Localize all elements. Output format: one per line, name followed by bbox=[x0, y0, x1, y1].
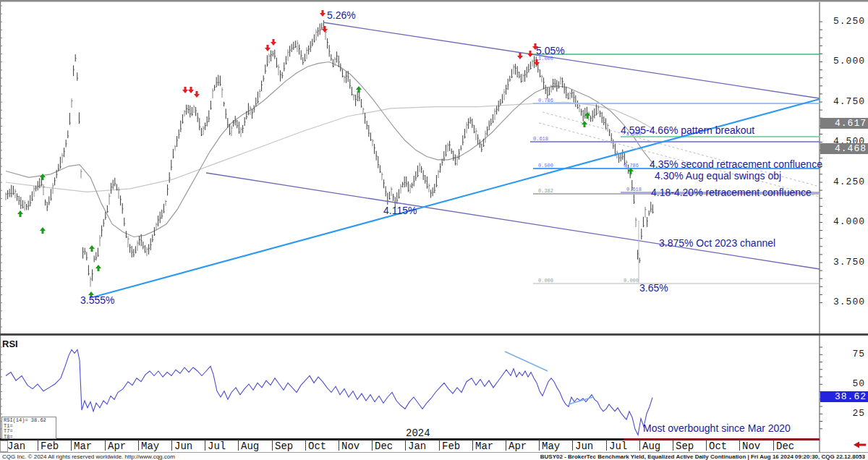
contract-info-text: BUSY02 - BrokerTec Benchmark Yield, Equa… bbox=[540, 453, 865, 460]
fib-ratio-label: 0.618 bbox=[626, 187, 642, 192]
month-tick bbox=[105, 440, 106, 451]
buy-signal-arrow-icon bbox=[95, 265, 101, 271]
month-label: Mar bbox=[475, 440, 493, 452]
month-tick bbox=[305, 440, 306, 451]
month-label: Jan bbox=[408, 440, 426, 452]
buy-signal-arrow-icon bbox=[89, 245, 95, 252]
copyright-text: CQG Inc. © 2024 All rights reserved worl… bbox=[2, 453, 175, 460]
cqg-chart-window: 5.26%5.05%4.595-4.66% pattern breakout4.… bbox=[0, 0, 868, 460]
price-axis-label: 4.250 bbox=[823, 176, 865, 187]
buy-signal-arrow-icon bbox=[582, 121, 587, 127]
month-label: Jun bbox=[174, 440, 192, 452]
status-bar: CQG Inc. © 2024 All rights reserved worl… bbox=[0, 452, 868, 460]
month-tick bbox=[38, 440, 38, 451]
fib-ratio-label: 0.786 bbox=[538, 98, 553, 103]
price-annotation[interactable]: 3.555% bbox=[80, 294, 114, 306]
panel-separator[interactable] bbox=[0, 333, 868, 336]
month-label: Dec bbox=[375, 440, 393, 452]
rsi-value-badge: 38.62 bbox=[820, 391, 868, 402]
month-label: May bbox=[542, 440, 560, 452]
price-annotation[interactable]: 4.115% bbox=[383, 205, 417, 216]
rsi-annotation[interactable]: Most overbought since Mar 2020 bbox=[643, 422, 791, 434]
price-axis-label: 3.750 bbox=[823, 257, 865, 268]
price-bars-light bbox=[6, 30, 645, 287]
month-tick bbox=[205, 440, 205, 451]
fib-ratio-label: 0.000 bbox=[624, 278, 639, 284]
price-annotation[interactable]: 5.05% bbox=[536, 45, 565, 56]
month-label: Oct bbox=[308, 440, 326, 452]
fib-ratio-label: 0.500 bbox=[538, 163, 553, 169]
month-tick bbox=[606, 440, 607, 451]
month-label: May bbox=[141, 440, 159, 452]
month-label: Oct bbox=[709, 440, 727, 452]
price-axis-label: 5.000 bbox=[823, 56, 865, 67]
trendline[interactable] bbox=[323, 22, 820, 98]
month-tick bbox=[339, 440, 339, 451]
sell-signal-arrow-icon bbox=[517, 53, 523, 59]
month-tick bbox=[706, 440, 707, 451]
buy-signal-arrow-icon bbox=[17, 210, 23, 217]
month-label: Jul bbox=[208, 440, 226, 452]
price-highlight-badge: 4.617 bbox=[820, 118, 868, 129]
price-axis-label: 4.000 bbox=[823, 216, 865, 227]
rsi-legend-box[interactable]: RSI(14)= 38.62 T1= T7= T8= bbox=[1, 417, 56, 439]
sell-signal-arrow-icon bbox=[320, 10, 326, 17]
month-label: Apr bbox=[108, 440, 126, 452]
price-bars[interactable] bbox=[8, 20, 653, 281]
month-tick bbox=[639, 440, 640, 451]
month-label: Nov bbox=[341, 440, 359, 452]
rsi-line bbox=[6, 349, 652, 435]
rsi-axis-label: 75 bbox=[823, 349, 865, 359]
month-tick bbox=[71, 440, 72, 451]
price-highlight-badge: 4.468 bbox=[820, 143, 868, 154]
month-tick bbox=[739, 440, 740, 451]
month-tick bbox=[238, 440, 239, 451]
month-tick bbox=[405, 440, 406, 451]
price-axis-label: 3.500 bbox=[823, 297, 865, 307]
rsi-trendline[interactable] bbox=[505, 352, 548, 371]
rsi-axis-label: 50 bbox=[823, 378, 865, 389]
month-label: Nov bbox=[742, 440, 760, 452]
fib-ratio-label: 1.000 bbox=[538, 56, 553, 61]
sell-signal-arrow-icon bbox=[188, 87, 194, 93]
month-label: Mar bbox=[74, 440, 92, 452]
price-annotation[interactable]: 3.875% Oct 2023 channel bbox=[659, 237, 775, 249]
fib-ratio-label: 0.382 bbox=[538, 188, 553, 194]
price-annotation[interactable]: 3.65% bbox=[639, 282, 668, 294]
fib-ratio-label: 0.000 bbox=[538, 278, 553, 284]
month-label: Feb bbox=[41, 440, 59, 452]
rsi-legend-line: T8= bbox=[4, 435, 56, 440]
price-annotation[interactable]: 4.35% second retracement confluence bbox=[650, 158, 822, 170]
month-label: Apr bbox=[509, 440, 527, 452]
price-axis-label: 4.750 bbox=[823, 96, 865, 107]
month-tick bbox=[773, 440, 774, 451]
month-label: Dec bbox=[776, 440, 794, 452]
month-label: Jun bbox=[575, 440, 593, 452]
month-label: Aug bbox=[241, 440, 259, 452]
price-annotation[interactable]: 5.26% bbox=[327, 9, 356, 21]
month-label: Jul bbox=[609, 440, 627, 452]
price-annotation[interactable]: 4.30% Aug equal swings obj bbox=[655, 170, 781, 182]
price-bar-close-ticks bbox=[6, 27, 654, 279]
chart-plot-area[interactable] bbox=[0, 0, 868, 460]
axis-corner-box bbox=[0, 440, 8, 452]
month-label: Feb bbox=[442, 440, 460, 452]
month-tick bbox=[272, 440, 273, 451]
buy-signal-arrow-icon bbox=[40, 227, 46, 234]
price-annotation[interactable]: 4.595-4.66% pattern breakout bbox=[621, 124, 754, 136]
month-tick bbox=[506, 440, 506, 451]
sell-signal-arrow-icon bbox=[322, 26, 328, 33]
month-tick bbox=[673, 440, 673, 451]
time-axis[interactable]: JanFebMarAprMayJunJulAugSepOctNovDecJanF… bbox=[0, 440, 868, 452]
year-marker: 2024 bbox=[406, 427, 430, 439]
sell-signal-arrow-icon bbox=[527, 51, 533, 57]
fib-ratio-label: 0.786 bbox=[624, 163, 639, 169]
month-label: Sep bbox=[275, 440, 293, 452]
buy-signal-arrow-icon bbox=[40, 174, 46, 180]
month-tick bbox=[171, 440, 172, 451]
sell-signal-arrow-icon bbox=[182, 87, 188, 93]
right-axis-ticks bbox=[820, 22, 822, 429]
month-tick bbox=[138, 440, 139, 451]
fib-ratio-label: 0.618 bbox=[533, 136, 548, 142]
price-annotation[interactable]: 4.18-4.20% retracement confluence bbox=[651, 187, 812, 198]
